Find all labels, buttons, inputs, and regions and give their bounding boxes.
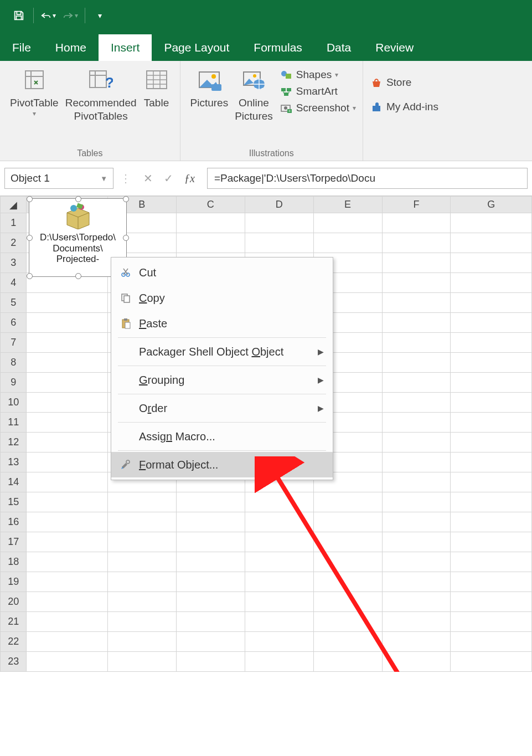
resize-handle[interactable] [27,196,33,202]
tab-formulas[interactable]: Formulas [241,34,314,61]
cell[interactable] [176,213,245,233]
cell[interactable] [107,632,176,652]
cell[interactable] [313,632,382,652]
tab-file[interactable]: File [0,34,43,61]
cell[interactable] [382,592,451,612]
cell[interactable] [313,492,382,512]
cell[interactable] [451,512,532,532]
cell[interactable] [451,253,532,273]
row-header[interactable]: 16 [1,512,27,532]
cell[interactable] [27,472,107,492]
cell[interactable] [245,213,313,233]
row-header[interactable]: 19 [1,572,27,592]
cell[interactable] [382,373,451,393]
pictures-button[interactable]: Pictures [190,66,229,110]
row-header[interactable]: 23 [1,652,27,672]
cell[interactable] [451,333,532,353]
cell[interactable] [176,632,245,652]
cell[interactable] [245,612,313,632]
cell[interactable] [451,213,532,233]
cell[interactable] [245,592,313,612]
cell[interactable] [451,532,532,552]
cell[interactable] [451,452,532,472]
tab-home[interactable]: Home [43,34,99,61]
name-box-dropdown-icon[interactable]: ▼ [100,174,107,183]
cell[interactable] [27,333,107,353]
cell[interactable] [313,512,382,532]
row-header[interactable]: 5 [1,293,27,313]
row-header[interactable]: 12 [1,433,27,452]
screenshot-button[interactable]: + Screenshot ▾ [280,102,356,114]
cell[interactable] [245,512,313,532]
cell[interactable] [313,532,382,552]
recommended-pivot-button[interactable]: ? Recommended PivotTables [65,66,137,123]
row-header[interactable]: 1 [1,213,27,233]
col-header[interactable]: C [176,197,245,213]
cell[interactable] [27,373,107,393]
row-header[interactable]: 8 [1,353,27,373]
cell[interactable] [451,492,532,512]
col-header[interactable]: D [245,197,313,213]
table-button[interactable]: Table [143,66,170,110]
cell[interactable] [27,492,107,512]
cell[interactable] [27,652,107,672]
row-header[interactable]: 22 [1,632,27,652]
enter-formula-icon[interactable]: ✓ [164,172,173,185]
cell[interactable] [382,433,451,452]
cell[interactable] [176,552,245,572]
cell[interactable] [107,512,176,532]
ctx-order[interactable]: Order ▶ [111,395,333,421]
cell[interactable] [451,572,532,592]
smartart-button[interactable]: SmartArt [280,85,356,97]
cell[interactable] [382,572,451,592]
cell[interactable] [451,632,532,652]
cell[interactable] [245,572,313,592]
cell[interactable] [27,313,107,333]
cell[interactable] [451,592,532,612]
cell[interactable] [27,532,107,552]
col-header[interactable]: E [313,197,382,213]
resize-handle[interactable] [75,196,81,202]
cell[interactable] [382,253,451,273]
cell[interactable] [27,413,107,433]
ctx-grouping[interactable]: Grouping ▶ [111,367,333,393]
resize-handle[interactable] [123,235,129,241]
cell[interactable] [27,452,107,472]
row-header[interactable]: 11 [1,413,27,433]
cell[interactable] [313,213,382,233]
cell[interactable] [382,452,451,472]
cell[interactable] [382,393,451,413]
cell[interactable] [382,612,451,632]
col-header[interactable]: F [382,197,451,213]
cell[interactable] [27,393,107,413]
cell[interactable] [176,532,245,552]
cell[interactable] [107,532,176,552]
cell[interactable] [245,552,313,572]
row-header[interactable]: 21 [1,612,27,632]
cell[interactable] [382,652,451,672]
ctx-assign-macro[interactable]: Assign Macro... [111,424,333,449]
cell[interactable] [382,213,451,233]
cell[interactable] [382,353,451,373]
cell[interactable] [27,293,107,313]
cell[interactable] [451,393,532,413]
online-pictures-button[interactable]: Online Pictures [235,66,273,123]
save-icon[interactable] [11,8,27,23]
formula-bar[interactable]: =Package|'D:\Users\Torpedo\Docu [207,168,528,189]
cell[interactable] [382,313,451,333]
resize-handle[interactable] [123,196,129,202]
resize-handle[interactable] [27,235,33,241]
row-header[interactable]: 18 [1,552,27,572]
cell[interactable] [176,512,245,532]
cell[interactable] [176,652,245,672]
store-button[interactable]: Store [370,76,411,89]
cell[interactable] [27,572,107,592]
cell[interactable] [382,552,451,572]
row-header[interactable]: 9 [1,373,27,393]
cell[interactable] [107,492,176,512]
cell[interactable] [382,273,451,293]
cell[interactable] [451,413,532,433]
row-header[interactable]: 6 [1,313,27,333]
cell[interactable] [107,612,176,632]
row-header[interactable]: 3 [1,253,27,273]
